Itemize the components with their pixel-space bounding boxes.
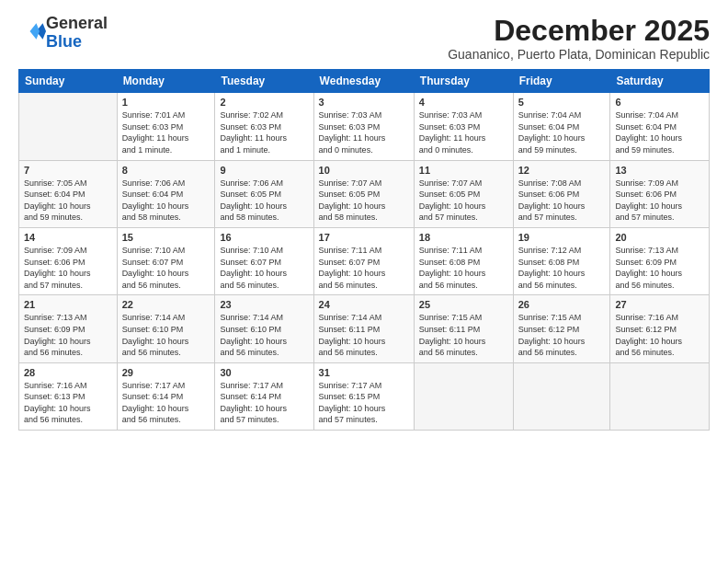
day-number: 25 bbox=[419, 299, 508, 310]
calendar-week-row: 28Sunrise: 7:16 AM Sunset: 6:13 PM Dayli… bbox=[19, 362, 710, 430]
calendar-cell: 5Sunrise: 7:04 AM Sunset: 6:04 PM Daylig… bbox=[513, 93, 610, 160]
day-info: Sunrise: 7:03 AM Sunset: 6:03 PM Dayligh… bbox=[319, 109, 409, 155]
day-info: Sunrise: 7:02 AM Sunset: 6:03 PM Dayligh… bbox=[220, 109, 308, 155]
day-info: Sunrise: 7:15 AM Sunset: 6:12 PM Dayligh… bbox=[518, 312, 606, 358]
day-info: Sunrise: 7:07 AM Sunset: 6:05 PM Dayligh… bbox=[419, 178, 508, 224]
calendar-cell: 1Sunrise: 7:01 AM Sunset: 6:03 PM Daylig… bbox=[117, 93, 215, 160]
day-info: Sunrise: 7:09 AM Sunset: 6:06 PM Dayligh… bbox=[615, 178, 704, 224]
day-info: Sunrise: 7:10 AM Sunset: 6:07 PM Dayligh… bbox=[122, 245, 210, 291]
day-info: Sunrise: 7:15 AM Sunset: 6:11 PM Dayligh… bbox=[419, 312, 508, 358]
day-number: 15 bbox=[122, 232, 210, 243]
day-number: 24 bbox=[319, 299, 409, 310]
day-number: 5 bbox=[518, 97, 606, 108]
day-number: 1 bbox=[122, 97, 210, 108]
day-number: 19 bbox=[518, 232, 606, 243]
svg-marker-1 bbox=[30, 23, 40, 40]
weekday-header: Friday bbox=[513, 70, 610, 93]
logo-general-text: General bbox=[46, 14, 108, 32]
weekday-header: Tuesday bbox=[215, 70, 313, 93]
day-number: 23 bbox=[220, 299, 308, 310]
calendar-cell bbox=[513, 362, 610, 430]
day-info: Sunrise: 7:06 AM Sunset: 6:04 PM Dayligh… bbox=[122, 178, 210, 224]
day-number: 30 bbox=[220, 367, 308, 378]
day-info: Sunrise: 7:14 AM Sunset: 6:10 PM Dayligh… bbox=[220, 312, 308, 358]
day-number: 26 bbox=[518, 299, 606, 310]
day-info: Sunrise: 7:13 AM Sunset: 6:09 PM Dayligh… bbox=[615, 245, 704, 291]
weekday-header: Thursday bbox=[414, 70, 513, 93]
header: General Blue December 2025 Guananico, Pu… bbox=[18, 15, 710, 62]
calendar-cell: 22Sunrise: 7:14 AM Sunset: 6:10 PM Dayli… bbox=[117, 295, 215, 362]
day-number: 14 bbox=[24, 232, 112, 243]
calendar-cell: 4Sunrise: 7:03 AM Sunset: 6:03 PM Daylig… bbox=[414, 93, 513, 160]
day-info: Sunrise: 7:17 AM Sunset: 6:14 PM Dayligh… bbox=[220, 380, 308, 426]
calendar-cell: 20Sunrise: 7:13 AM Sunset: 6:09 PM Dayli… bbox=[610, 227, 710, 294]
weekday-header: Saturday bbox=[610, 70, 710, 93]
calendar-week-row: 1Sunrise: 7:01 AM Sunset: 6:03 PM Daylig… bbox=[19, 93, 710, 160]
page: General Blue December 2025 Guananico, Pu… bbox=[0, 0, 728, 563]
day-info: Sunrise: 7:07 AM Sunset: 6:05 PM Dayligh… bbox=[319, 178, 409, 224]
day-number: 13 bbox=[615, 165, 704, 176]
day-number: 9 bbox=[220, 165, 308, 176]
calendar-week-row: 21Sunrise: 7:13 AM Sunset: 6:09 PM Dayli… bbox=[19, 295, 710, 362]
day-number: 6 bbox=[615, 97, 704, 108]
day-number: 31 bbox=[319, 367, 409, 378]
day-info: Sunrise: 7:14 AM Sunset: 6:11 PM Dayligh… bbox=[319, 312, 409, 358]
day-info: Sunrise: 7:17 AM Sunset: 6:15 PM Dayligh… bbox=[319, 380, 409, 426]
day-number: 17 bbox=[319, 232, 409, 243]
day-number: 18 bbox=[419, 232, 508, 243]
day-number: 2 bbox=[220, 97, 308, 108]
calendar-cell: 21Sunrise: 7:13 AM Sunset: 6:09 PM Dayli… bbox=[19, 295, 118, 362]
day-info: Sunrise: 7:01 AM Sunset: 6:03 PM Dayligh… bbox=[122, 109, 210, 155]
month-title: December 2025 bbox=[448, 15, 710, 47]
day-number: 10 bbox=[319, 165, 409, 176]
calendar-cell: 13Sunrise: 7:09 AM Sunset: 6:06 PM Dayli… bbox=[610, 160, 710, 227]
day-info: Sunrise: 7:16 AM Sunset: 6:13 PM Dayligh… bbox=[24, 380, 112, 426]
calendar-cell: 25Sunrise: 7:15 AM Sunset: 6:11 PM Dayli… bbox=[414, 295, 513, 362]
day-number: 27 bbox=[615, 299, 704, 310]
calendar-cell: 31Sunrise: 7:17 AM Sunset: 6:15 PM Dayli… bbox=[313, 362, 414, 430]
calendar-cell: 27Sunrise: 7:16 AM Sunset: 6:12 PM Dayli… bbox=[610, 295, 710, 362]
calendar-cell: 14Sunrise: 7:09 AM Sunset: 6:06 PM Dayli… bbox=[19, 227, 118, 294]
logo-icon bbox=[20, 18, 46, 44]
day-info: Sunrise: 7:13 AM Sunset: 6:09 PM Dayligh… bbox=[24, 312, 112, 358]
calendar-cell: 7Sunrise: 7:05 AM Sunset: 6:04 PM Daylig… bbox=[19, 160, 118, 227]
calendar-cell: 28Sunrise: 7:16 AM Sunset: 6:13 PM Dayli… bbox=[19, 362, 118, 430]
day-number: 3 bbox=[319, 97, 409, 108]
day-info: Sunrise: 7:05 AM Sunset: 6:04 PM Dayligh… bbox=[24, 178, 112, 224]
calendar-cell: 10Sunrise: 7:07 AM Sunset: 6:05 PM Dayli… bbox=[313, 160, 414, 227]
calendar-cell: 19Sunrise: 7:12 AM Sunset: 6:08 PM Dayli… bbox=[513, 227, 610, 294]
day-number: 22 bbox=[122, 299, 210, 310]
calendar-header-row: SundayMondayTuesdayWednesdayThursdayFrid… bbox=[19, 70, 710, 93]
title-block: December 2025 Guananico, Puerto Plata, D… bbox=[448, 15, 710, 62]
subtitle: Guananico, Puerto Plata, Dominican Repub… bbox=[448, 47, 710, 62]
day-info: Sunrise: 7:17 AM Sunset: 6:14 PM Dayligh… bbox=[122, 380, 210, 426]
calendar-cell bbox=[414, 362, 513, 430]
day-number: 8 bbox=[122, 165, 210, 176]
day-number: 29 bbox=[122, 367, 210, 378]
day-number: 12 bbox=[518, 165, 606, 176]
calendar-cell: 3Sunrise: 7:03 AM Sunset: 6:03 PM Daylig… bbox=[313, 93, 414, 160]
day-number: 7 bbox=[24, 165, 112, 176]
logo-blue-text: Blue bbox=[46, 32, 82, 51]
calendar-cell: 12Sunrise: 7:08 AM Sunset: 6:06 PM Dayli… bbox=[513, 160, 610, 227]
calendar-cell: 2Sunrise: 7:02 AM Sunset: 6:03 PM Daylig… bbox=[215, 93, 313, 160]
day-info: Sunrise: 7:14 AM Sunset: 6:10 PM Dayligh… bbox=[122, 312, 210, 358]
calendar-cell: 30Sunrise: 7:17 AM Sunset: 6:14 PM Dayli… bbox=[215, 362, 313, 430]
day-number: 16 bbox=[220, 232, 308, 243]
weekday-header: Monday bbox=[117, 70, 215, 93]
day-number: 4 bbox=[419, 97, 508, 108]
calendar-cell: 8Sunrise: 7:06 AM Sunset: 6:04 PM Daylig… bbox=[117, 160, 215, 227]
calendar-table: SundayMondayTuesdayWednesdayThursdayFrid… bbox=[18, 69, 710, 431]
day-info: Sunrise: 7:04 AM Sunset: 6:04 PM Dayligh… bbox=[615, 109, 704, 155]
weekday-header: Wednesday bbox=[313, 70, 414, 93]
logo: General Blue bbox=[18, 15, 108, 52]
day-number: 11 bbox=[419, 165, 508, 176]
calendar-cell: 16Sunrise: 7:10 AM Sunset: 6:07 PM Dayli… bbox=[215, 227, 313, 294]
calendar-cell: 11Sunrise: 7:07 AM Sunset: 6:05 PM Dayli… bbox=[414, 160, 513, 227]
day-info: Sunrise: 7:11 AM Sunset: 6:08 PM Dayligh… bbox=[419, 245, 508, 291]
day-number: 21 bbox=[24, 299, 112, 310]
day-info: Sunrise: 7:11 AM Sunset: 6:07 PM Dayligh… bbox=[319, 245, 409, 291]
calendar-cell: 24Sunrise: 7:14 AM Sunset: 6:11 PM Dayli… bbox=[313, 295, 414, 362]
day-info: Sunrise: 7:16 AM Sunset: 6:12 PM Dayligh… bbox=[615, 312, 704, 358]
calendar-cell: 9Sunrise: 7:06 AM Sunset: 6:05 PM Daylig… bbox=[215, 160, 313, 227]
